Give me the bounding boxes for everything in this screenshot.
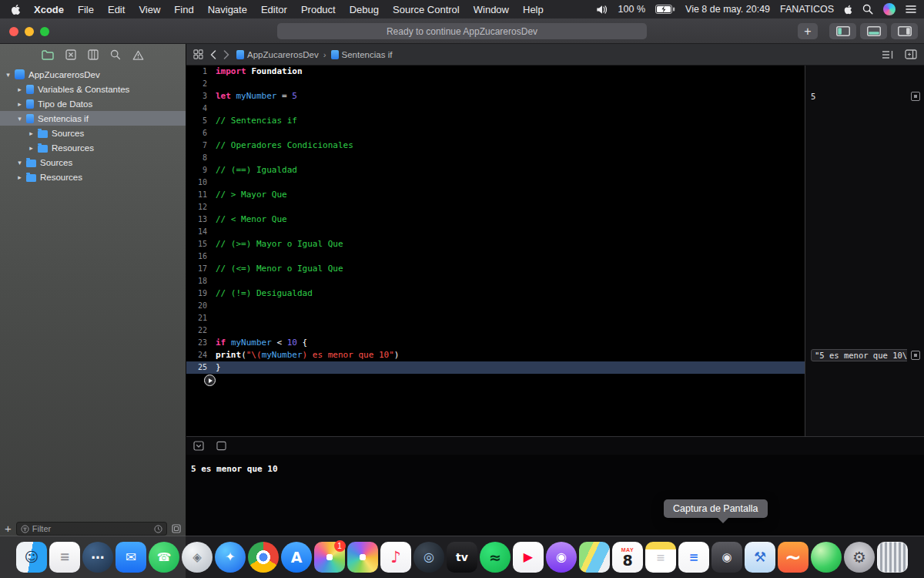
code-line-23[interactable]: 23if myNumber < 10 { xyxy=(186,337,805,349)
menu-product[interactable]: Product xyxy=(294,4,343,15)
menu-clock[interactable]: Vie 8 de may. 20:49 xyxy=(685,4,770,15)
minimize-window-button[interactable] xyxy=(25,27,34,36)
related-items-icon[interactable] xyxy=(193,49,203,59)
dock-dark-app[interactable]: ◎ xyxy=(413,541,445,574)
dock-podcasts[interactable]: ◉ xyxy=(546,541,578,574)
zoom-window-button[interactable] xyxy=(40,27,49,36)
menu-find[interactable]: Find xyxy=(167,4,200,15)
sidebar-item-sentencias-if[interactable]: ▾Sentencias if xyxy=(0,111,186,126)
dock-maps[interactable] xyxy=(579,541,611,574)
dock-green-sphere-app[interactable] xyxy=(811,541,842,574)
menu-help[interactable]: Help xyxy=(516,4,551,15)
dock-apple-tv[interactable]: tv xyxy=(447,541,478,574)
disclosure-closed-icon[interactable]: ▸ xyxy=(15,173,24,181)
dock-safari[interactable]: ✦ xyxy=(215,541,246,574)
menu-xcode[interactable]: Xcode xyxy=(27,4,71,15)
dock-swift-playgrounds[interactable]: ~ xyxy=(778,541,809,574)
disclosure-open-icon[interactable]: ▾ xyxy=(15,115,24,123)
code-line-9[interactable]: 9// (==) Igualdad xyxy=(186,164,805,176)
code-line-18[interactable]: 18 xyxy=(186,275,805,287)
project-navigator-icon[interactable] xyxy=(42,50,54,60)
code-line-11[interactable]: 11// > Mayor Que xyxy=(186,189,805,201)
close-window-button[interactable] xyxy=(9,27,18,36)
breadcrumb-project[interactable]: AppZucarerosDev xyxy=(236,50,319,59)
code-line-1[interactable]: 1import Foundation xyxy=(186,66,805,78)
menu-window[interactable]: Window xyxy=(467,4,516,15)
recents-clock-icon[interactable] xyxy=(154,525,162,533)
code-line-24[interactable]: 24print("\(myNumber) es menor que 10") xyxy=(186,349,805,361)
dock-app-store[interactable]: A xyxy=(281,541,313,574)
battery-percent[interactable]: 100 % xyxy=(618,4,645,15)
dock-calendar[interactable]: MAY8 xyxy=(612,541,644,574)
siri-icon[interactable] xyxy=(883,3,896,15)
flag-filter-icon[interactable] xyxy=(172,524,181,533)
code-line-6[interactable]: 6 xyxy=(186,127,805,139)
menu-view[interactable]: View xyxy=(132,4,167,15)
sidebar-item-sources[interactable]: ▾Sources xyxy=(0,155,186,170)
code-line-19[interactable]: 19// (!=) Desigualdad xyxy=(186,287,805,300)
volume-icon[interactable] xyxy=(596,5,608,15)
code-line-17[interactable]: 17// (<=) Menor o Igual Que xyxy=(186,263,805,275)
code-line-20[interactable]: 20 xyxy=(186,300,805,312)
dock-screenshot[interactable]: ◉ xyxy=(711,541,743,574)
disclosure-open-icon[interactable]: ▾ xyxy=(15,159,24,166)
code-line-8[interactable]: 8 xyxy=(186,152,805,164)
menu-source-control[interactable]: Source Control xyxy=(386,4,467,15)
sidebar-item-resources[interactable]: ▸Resources xyxy=(0,170,186,184)
run-playground-button[interactable] xyxy=(204,375,216,386)
code-view[interactable]: 1import Foundation23let myNumber = 545//… xyxy=(186,66,805,436)
code-line-21[interactable]: 21 xyxy=(186,312,805,324)
apple-menu-icon[interactable] xyxy=(11,4,21,15)
code-line-3[interactable]: 3let myNumber = 5 xyxy=(186,90,805,102)
toggle-debug-area-button[interactable] xyxy=(860,23,887,39)
code-line-15[interactable]: 15// (>=) Mayor o Igual Que xyxy=(186,238,805,250)
dock-youtube[interactable]: ▶ xyxy=(513,541,544,574)
spotlight-icon[interactable] xyxy=(862,4,873,15)
disclosure-closed-icon[interactable]: ▸ xyxy=(15,100,24,108)
dock-mail[interactable]: ✉ xyxy=(116,541,147,574)
show-result-button[interactable] xyxy=(911,92,920,101)
code-line-25[interactable]: 25} xyxy=(186,361,805,374)
dock-notes[interactable]: ≡ xyxy=(645,541,677,574)
code-line-12[interactable]: 12 xyxy=(186,201,805,213)
dock-xcode[interactable]: ⚒ xyxy=(745,541,776,574)
code-line-14[interactable]: 14 xyxy=(186,226,805,238)
menu-navigate[interactable]: Navigate xyxy=(201,4,254,15)
dock-music[interactable]: ♪ xyxy=(380,541,412,574)
dock-finder[interactable]: ☺ xyxy=(16,541,48,574)
toggle-navigator-button[interactable] xyxy=(829,23,856,39)
forward-button-icon[interactable] xyxy=(223,50,229,59)
hide-console-icon[interactable] xyxy=(193,441,204,451)
show-result-button[interactable] xyxy=(911,351,920,360)
disclosure-closed-icon[interactable]: ▸ xyxy=(27,129,35,137)
clear-console-icon[interactable] xyxy=(216,441,226,451)
menu-editor[interactable]: Editor xyxy=(254,4,294,15)
input-source-label[interactable]: FANATICOS xyxy=(780,4,834,15)
dock-trash[interactable] xyxy=(877,541,909,574)
add-editor-button[interactable]: + xyxy=(798,23,818,39)
code-line-4[interactable]: 4 xyxy=(186,102,805,115)
symbol-navigator-icon[interactable] xyxy=(88,49,99,60)
notification-center-icon[interactable] xyxy=(906,5,916,14)
code-line-2[interactable]: 2 xyxy=(186,78,805,90)
dock-system-preferences[interactable]: ⚙ xyxy=(844,541,875,574)
dock-whatsapp[interactable]: ☎ xyxy=(149,541,180,574)
dock-documents[interactable]: ≡ xyxy=(49,541,81,574)
menu-edit[interactable]: Edit xyxy=(101,4,132,15)
sidebar-item-tipo-de-datos[interactable]: ▸Tipo de Datos xyxy=(0,96,186,111)
sidebar-item-resources[interactable]: ▸Resources xyxy=(0,140,186,155)
sidebar-item-appzucarerosdev[interactable]: ▾AppZucarerosDev xyxy=(0,67,186,82)
code-line-10[interactable]: 10 xyxy=(186,176,805,189)
disclosure-closed-icon[interactable]: ▸ xyxy=(15,86,24,93)
code-line-5[interactable]: 5// Sentencias if xyxy=(186,115,805,127)
sidebar-item-sources[interactable]: ▸Sources xyxy=(0,126,186,140)
code-line-13[interactable]: 13// < Menor Que xyxy=(186,213,805,226)
menu-debug[interactable]: Debug xyxy=(343,4,386,15)
dock-messages[interactable]: ⋯ xyxy=(82,541,114,574)
back-button-icon[interactable] xyxy=(210,50,216,59)
dock-spotify[interactable]: ≈ xyxy=(480,541,511,574)
disclosure-closed-icon[interactable]: ▸ xyxy=(27,144,35,152)
code-line-16[interactable]: 16 xyxy=(186,250,805,263)
source-control-navigator-icon[interactable] xyxy=(65,49,76,60)
menu-file[interactable]: File xyxy=(71,4,101,15)
